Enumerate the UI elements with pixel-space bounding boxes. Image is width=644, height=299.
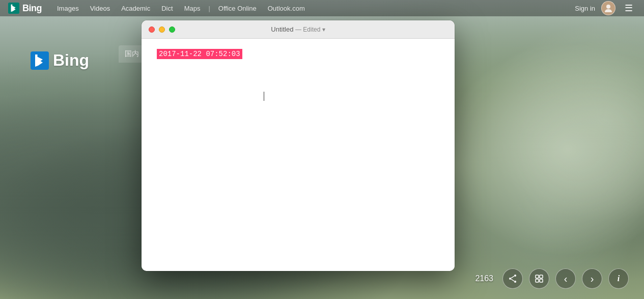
window-maximize-button[interactable] — [169, 26, 175, 33]
nav-videos[interactable]: Videos — [85, 3, 116, 14]
prev-icon: ‹ — [564, 274, 568, 284]
window-content[interactable]: 2017-11-22 07:52:03 — [142, 39, 455, 271]
svg-point-3 — [514, 275, 516, 277]
avatar-icon — [604, 4, 613, 13]
nav-office-online[interactable]: Office Online — [213, 3, 262, 14]
prev-button[interactable]: ‹ — [555, 268, 576, 289]
bing-large-icon — [31, 51, 49, 70]
window-title-text: Untitled — [271, 25, 293, 33]
share-button[interactable] — [502, 268, 523, 289]
highlighted-text: 2017-11-22 07:52:03 — [157, 49, 242, 59]
bing-large-logo: Bing — [31, 51, 89, 70]
nav-dict[interactable]: Dict — [156, 3, 178, 14]
nav-outlook[interactable]: Outlook.com — [263, 3, 310, 14]
hamburger-menu-icon[interactable]: ☰ — [622, 2, 636, 15]
gallery-button[interactable] — [529, 268, 549, 289]
svg-line-6 — [511, 276, 514, 278]
next-icon: › — [591, 274, 594, 284]
sign-in-button[interactable]: Sign in — [575, 5, 595, 12]
bing-icon — [8, 3, 19, 14]
share-icon — [508, 274, 517, 283]
window-title: Untitled — Edited ▾ — [271, 25, 325, 33]
window-titlebar: Untitled — Edited ▾ — [142, 20, 455, 39]
user-avatar[interactable] — [601, 1, 615, 15]
text-cursor — [264, 92, 264, 101]
info-button[interactable]: i — [608, 268, 629, 289]
bottom-controls: 2163 ‹ › i — [475, 268, 629, 289]
svg-point-1 — [606, 5, 610, 9]
bing-logo-nav[interactable]: Bing — [8, 3, 42, 14]
window-minimize-button[interactable] — [159, 26, 165, 33]
cn-tab-label: 国内 — [125, 49, 139, 58]
window-edited-text: — Edited — [295, 26, 320, 33]
info-icon: i — [618, 274, 620, 283]
text-editor-window: Untitled — Edited ▾ 2017-11-22 07:52:03 — [142, 20, 455, 271]
bing-logo-text: Bing — [22, 3, 42, 14]
window-edited-label: — Edited ▾ — [295, 26, 325, 33]
nav-right: Sign in ☰ — [575, 1, 636, 15]
svg-rect-8 — [536, 275, 539, 278]
window-buttons — [149, 26, 175, 33]
nav-maps[interactable]: Maps — [179, 3, 206, 14]
svg-line-7 — [511, 279, 514, 281]
nav-academic[interactable]: Academic — [116, 3, 155, 14]
nav-items: Images Videos Academic Dict Maps | Offic… — [52, 3, 575, 14]
svg-rect-10 — [536, 279, 539, 282]
svg-rect-11 — [540, 279, 543, 282]
topbar: Bing Images Videos Academic Dict Maps | … — [0, 0, 644, 16]
svg-point-5 — [509, 278, 511, 280]
nav-images[interactable]: Images — [52, 3, 84, 14]
image-count: 2163 — [475, 274, 493, 283]
bing-large-text: Bing — [53, 51, 89, 70]
next-button[interactable]: › — [582, 268, 602, 289]
svg-point-4 — [514, 281, 516, 283]
grid-icon — [535, 274, 544, 283]
window-close-button[interactable] — [149, 26, 155, 33]
nav-separator: | — [208, 5, 210, 12]
svg-rect-9 — [540, 275, 543, 278]
window-dropdown-icon: ▾ — [322, 26, 325, 33]
